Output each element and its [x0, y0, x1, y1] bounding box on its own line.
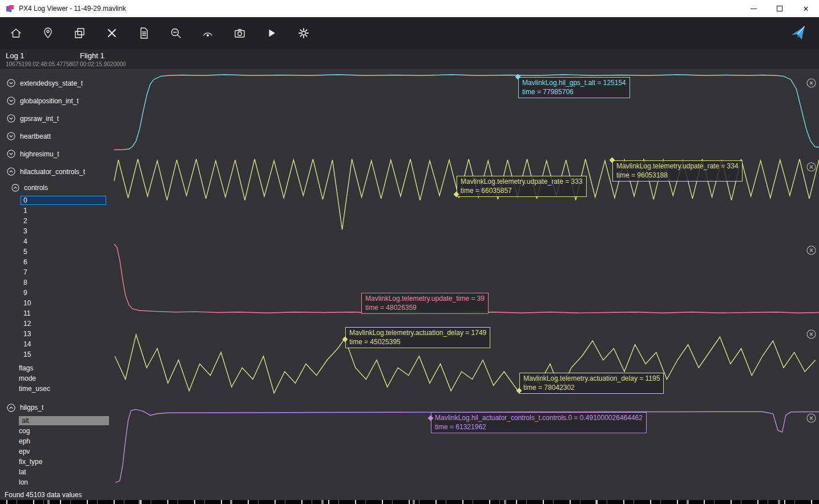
tooltip-value-line: MavlinkLog.hil_gps_t.alt = 125154 — [522, 78, 626, 87]
tooltip-time-line: time = 48026359 — [365, 303, 485, 312]
app-icon — [6, 5, 14, 13]
sidebar-item-control-8[interactable]: 8 — [0, 277, 112, 288]
chevron-down-circle-icon[interactable] — [7, 150, 15, 158]
sidebar-item-fix-type[interactable]: fix_type — [0, 457, 112, 467]
close-chart-1-icon[interactable] — [806, 78, 816, 88]
sidebar-item-control-0[interactable]: 0 — [0, 195, 112, 205]
sidebar-item-control-7[interactable]: 7 — [0, 267, 112, 277]
tooltip-value-line: MavlinkLog.telemetry.actuation_delay = 1… — [523, 374, 660, 383]
log-info[interactable]: Log 1 10675199.02:48:05.4775807 — [6, 51, 79, 67]
selected-item-highlight: 0 — [21, 196, 106, 205]
sidebar-item-control-12[interactable]: 12 — [0, 318, 112, 329]
value-tooltip-hil-gps-alt: MavlinkLog.hil_gps_t.alt = 125154 time =… — [518, 77, 630, 98]
tooltip-value-line: MavlinkLog.hil_actuator_controls_t.contr… — [435, 413, 643, 422]
tooltip-value-line: MavlinkLog.telemetry.actuation_delay = 1… — [349, 328, 486, 337]
home-button[interactable] — [8, 25, 24, 41]
chevron-down-circle-icon[interactable] — [7, 79, 15, 87]
chevron-up-circle-icon[interactable] — [11, 184, 19, 192]
value-tooltip-update-time: MavlinkLog.telemetry.update_time = 39 ti… — [361, 293, 489, 314]
chevron-down-circle-icon[interactable] — [7, 114, 15, 123]
clear-icon — [106, 27, 118, 39]
tooltip-time-line: time = 45025395 — [349, 337, 486, 346]
window-title: PX4 Log Viewer - 11-49-29.mavlink — [19, 5, 126, 13]
sidebar-item-control-1[interactable]: 1 — [0, 205, 112, 216]
sidebar-item-eph[interactable]: eph — [0, 436, 112, 446]
play-button[interactable] — [264, 25, 280, 41]
zoom-out-button[interactable] — [168, 25, 184, 41]
sidebar-item-control-2[interactable]: 2 — [0, 216, 112, 226]
sidebar-item-heartbeat[interactable]: heartbeatt — [0, 127, 112, 145]
close-chart-2-icon[interactable] — [806, 162, 816, 172]
sidebar-item-highres-imu[interactable]: highresimu_t — [0, 145, 112, 163]
sidebar-item-lon[interactable]: lon — [0, 477, 112, 487]
orbit-icon — [201, 27, 214, 39]
sidebar-item-alt[interactable]: alt — [0, 416, 112, 426]
chevron-up-circle-icon[interactable] — [7, 404, 15, 412]
sidebar-item-label: hilactuator_controls_t — [20, 168, 85, 176]
sidebar-item-control-14[interactable]: 14 — [0, 339, 112, 349]
camera-button[interactable] — [232, 25, 248, 41]
sidebar-item-flags[interactable]: flags — [0, 363, 112, 373]
sidebar-item-label: highresimu_t — [20, 150, 59, 158]
play-icon — [265, 27, 278, 39]
sidebar-item-control-4[interactable]: 4 — [0, 236, 112, 247]
sidebar-item-time-usec[interactable]: time_usec — [0, 384, 112, 394]
chart-hil-gps-alt[interactable] — [111, 73, 819, 153]
flight-info[interactable]: Flight 1 00:02:15.9020000 — [80, 51, 126, 67]
sidebar-item-control-10[interactable]: 10 — [0, 298, 112, 308]
sidebar-item-epv[interactable]: epv — [0, 446, 112, 457]
connect-airplane-icon — [788, 23, 809, 43]
document-icon — [138, 27, 150, 39]
sidebar-item-cog[interactable]: cog — [0, 426, 112, 436]
log-info-bar: Log 1 10675199.02:48:05.4775807 Flight 1… — [0, 49, 819, 70]
chevron-down-circle-icon[interactable] — [7, 132, 15, 140]
clear-button[interactable] — [104, 25, 120, 41]
sidebar-item-controls[interactable]: controls — [0, 180, 112, 195]
copy-button[interactable] — [72, 25, 88, 41]
sidebar-item-hil-gps[interactable]: hilgps_t — [0, 400, 112, 416]
close-chart-5-icon[interactable] — [806, 413, 816, 423]
chevron-up-circle-icon[interactable] — [7, 167, 15, 176]
timeline-minimap[interactable] — [0, 500, 819, 504]
copy-icon — [74, 27, 86, 39]
maximize-icon — [777, 6, 782, 11]
close-button[interactable]: ✕ — [793, 0, 819, 17]
chevron-down-circle-icon[interactable] — [7, 96, 15, 105]
camera-icon — [233, 27, 246, 39]
sidebar-item-extended-sys-state[interactable]: extendedsys_state_t — [0, 74, 112, 92]
sidebar-item-global-position-int[interactable]: globalposition_int_t — [0, 92, 112, 110]
orbit-button[interactable] — [200, 25, 216, 41]
sidebar-item-label: hilgps_t — [20, 404, 43, 412]
close-chart-4-icon[interactable] — [806, 329, 816, 339]
tooltip-time-line: time = 66035857 — [461, 186, 583, 195]
sidebar-item-control-9[interactable]: 9 — [0, 288, 112, 298]
value-tooltip-update-rate-334: MavlinkLog.telemetry.udpate_rate = 334 t… — [612, 160, 743, 182]
sidebar-item-control-6[interactable]: 6 — [0, 257, 112, 267]
minimize-button[interactable] — [740, 0, 766, 17]
home-icon — [10, 27, 22, 39]
sidebar-item-hil-actuator-controls[interactable]: hilactuator_controls_t — [0, 163, 112, 180]
location-marker-button[interactable] — [40, 25, 56, 41]
document-button[interactable] — [136, 25, 152, 41]
value-tooltip-actuation-delay-1195: MavlinkLog.telemetry.actuation_delay = 1… — [519, 373, 664, 394]
flight-label: Flight 1 — [80, 51, 126, 60]
connect-button[interactable] — [788, 23, 809, 43]
title-bar: PX4 Log Viewer - 11-49-29.mavlink ✕ — [0, 0, 819, 17]
sidebar-item-gps-raw-int[interactable]: gpsraw_int_t — [0, 110, 112, 127]
minimize-icon — [751, 9, 757, 9]
sidebar-item-control-13[interactable]: 13 — [0, 329, 112, 339]
sidebar-item-label: heartbeatt — [20, 132, 51, 140]
maximize-button[interactable] — [766, 0, 793, 17]
tooltip-time-line: time = 96053188 — [616, 171, 739, 180]
log-time: 10675199.02:48:05.4775807 — [6, 61, 79, 67]
close-chart-3-icon[interactable] — [806, 245, 816, 255]
settings-button[interactable] — [296, 25, 312, 41]
value-tooltip-actuation-delay-1749: MavlinkLog.telemetry.actuation_delay = 1… — [345, 327, 490, 348]
sidebar-item-control-5[interactable]: 5 — [0, 247, 112, 257]
sidebar-item-control-11[interactable]: 11 — [0, 308, 112, 318]
window-controls: ✕ — [740, 0, 819, 17]
sidebar-item-mode[interactable]: mode — [0, 373, 112, 384]
sidebar-item-lat[interactable]: lat — [0, 467, 112, 477]
sidebar-item-control-15[interactable]: 15 — [0, 349, 112, 360]
sidebar-item-control-3[interactable]: 3 — [0, 226, 112, 236]
